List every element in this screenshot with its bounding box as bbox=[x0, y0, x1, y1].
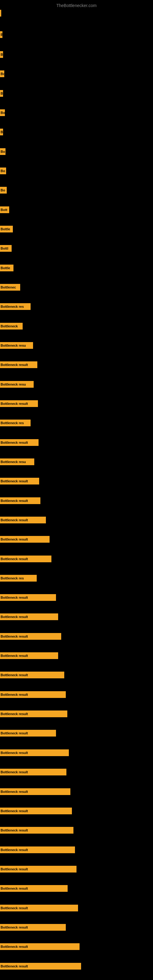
bar-row: Bottleneck result bbox=[0, 593, 153, 601]
bar-label: Bottleneck result bbox=[0, 555, 51, 562]
bar-row: Bottleneck bbox=[0, 322, 153, 330]
bar-label: Bott bbox=[0, 207, 9, 213]
bar-label: Bottleneck result bbox=[0, 517, 46, 523]
bar-label: Bottleneck result bbox=[0, 594, 56, 601]
bar-row: Bo bbox=[0, 186, 153, 194]
bar-row: Bottleneck res bbox=[0, 302, 153, 310]
bar-label: B bbox=[0, 31, 2, 38]
bar-row: Bottleneck result bbox=[0, 865, 153, 873]
bar-row: Bottleneck result bbox=[0, 652, 153, 660]
bar-label: Bottleneck resu bbox=[0, 458, 34, 465]
bar-label: Bottleneck result bbox=[0, 846, 75, 853]
bar-label: B bbox=[0, 129, 3, 135]
bar-label: Bottleneck res bbox=[0, 575, 37, 582]
bar-label: Bottleneck result bbox=[0, 924, 66, 931]
bar-row: Bottleneck resu bbox=[0, 380, 153, 388]
site-title: TheBottlenecker.com bbox=[0, 1, 153, 9]
bar-row: Bottleneck result bbox=[0, 555, 153, 563]
bar-label: Bottleneck result bbox=[0, 400, 38, 407]
bar-row: Bottleneck result bbox=[0, 788, 153, 795]
bar-row: Bottleneck result bbox=[0, 729, 153, 737]
bar-row: Bottleneck result bbox=[0, 826, 153, 834]
bar-label: Bottle bbox=[0, 226, 13, 232]
bar-label: Bottleneck result bbox=[0, 497, 40, 504]
bar-row: Bottl bbox=[0, 244, 153, 252]
bar-label: Bottlenec bbox=[0, 284, 20, 291]
bar-row: Bottleneck result bbox=[0, 439, 153, 447]
bar-row: B bbox=[0, 128, 153, 136]
bar-label: Bottleneck result bbox=[0, 633, 61, 640]
bar-row: Bottleneck result bbox=[0, 885, 153, 892]
bar-row: Bottleneck result bbox=[0, 613, 153, 621]
bar-label: Bottleneck result bbox=[0, 943, 80, 950]
bar-label: Bottleneck result bbox=[0, 671, 64, 678]
bar-row: B bbox=[0, 30, 153, 38]
bar-label: B bbox=[0, 51, 3, 58]
bar-label: Bottleneck result bbox=[0, 866, 76, 872]
bar-label: B bbox=[0, 90, 3, 97]
bar-row: B bbox=[0, 51, 153, 59]
bar-label: Bo bbox=[0, 109, 5, 116]
bar-row: Bottleneck result bbox=[0, 710, 153, 718]
bar-label: Bo bbox=[0, 187, 7, 194]
bar-label: Bottl bbox=[0, 245, 12, 252]
bar-row: Bottleneck result bbox=[0, 807, 153, 815]
bar-label: Bottle bbox=[0, 265, 13, 271]
bar-label: Bottleneck result bbox=[0, 478, 39, 485]
bar-label: Bottleneck resu bbox=[0, 381, 33, 388]
bar-label: Bottleneck bbox=[0, 323, 22, 329]
bar-label: Bo bbox=[0, 70, 4, 77]
bar-row: Bo bbox=[0, 70, 153, 78]
bar-row: Bottleneck result bbox=[0, 943, 153, 951]
bar-row: Bottleneck result bbox=[0, 400, 153, 407]
bar-label: Bottleneck result bbox=[0, 808, 72, 814]
bar-row: Bottleneck result bbox=[0, 497, 153, 505]
bar-row: Bottleneck result bbox=[0, 923, 153, 931]
bar-row: Bottleneck res bbox=[0, 574, 153, 582]
bar-row: Bo bbox=[0, 109, 153, 117]
bar-row: Bo bbox=[0, 148, 153, 156]
bar-row: Bott bbox=[0, 206, 153, 214]
bar-row: Bottleneck result bbox=[0, 516, 153, 524]
bar-label: Bo bbox=[0, 148, 5, 155]
bar-label: Bottleneck result bbox=[0, 749, 69, 756]
bar-row: Bottleneck result bbox=[0, 535, 153, 543]
bar-label: Bo bbox=[0, 167, 6, 174]
bar-row: Bottleneck res bbox=[0, 419, 153, 427]
bar-label: Bottleneck res bbox=[0, 303, 30, 310]
bar-label: Bottleneck result bbox=[0, 652, 58, 659]
bar-row: Bottleneck result bbox=[0, 749, 153, 757]
bar-label: Bottleneck result bbox=[0, 613, 58, 620]
bar-row: Bottleneck result bbox=[0, 690, 153, 698]
bar-row: B bbox=[0, 89, 153, 97]
bar-label bbox=[0, 10, 1, 16]
bar-label: Bottleneck res bbox=[0, 420, 30, 426]
bar-row: Bottleneck resu bbox=[0, 342, 153, 350]
bar-label: Bottleneck result bbox=[0, 769, 66, 775]
bar-row: Bottle bbox=[0, 225, 153, 233]
bar-label: Bottleneck result bbox=[0, 885, 68, 892]
bar-label: Bottleneck result bbox=[0, 788, 70, 795]
bar-label: Bottleneck resu bbox=[0, 342, 33, 349]
bar-label: Bottleneck result bbox=[0, 439, 38, 446]
bar-row: Bottleneck result bbox=[0, 632, 153, 640]
bar-row: Bottleneck result bbox=[0, 671, 153, 679]
bar-row: Bottleneck result bbox=[0, 962, 153, 970]
bar-label: Bottleneck result bbox=[0, 361, 37, 368]
bar-label: Bottleneck result bbox=[0, 730, 56, 737]
bar-label: Bottleneck result bbox=[0, 827, 73, 834]
bar-label: Bottleneck result bbox=[0, 536, 49, 542]
bar-row: Bottleneck resu bbox=[0, 458, 153, 466]
bar-row: Bottlenec bbox=[0, 283, 153, 291]
bar-row: Bottleneck result bbox=[0, 846, 153, 854]
bar-row: Bottleneck result bbox=[0, 904, 153, 912]
bar-row: Bottle bbox=[0, 264, 153, 272]
bar-row: Bo bbox=[0, 167, 153, 175]
bar-row: Bottleneck result bbox=[0, 768, 153, 776]
bar-row bbox=[0, 9, 153, 17]
bar-row: Bottleneck result bbox=[0, 361, 153, 369]
bar-label: Bottleneck result bbox=[0, 905, 78, 912]
bar-row: Bottleneck result bbox=[0, 477, 153, 485]
bar-label: Bottleneck result bbox=[0, 691, 66, 698]
bar-label: Bottleneck result bbox=[0, 963, 81, 970]
